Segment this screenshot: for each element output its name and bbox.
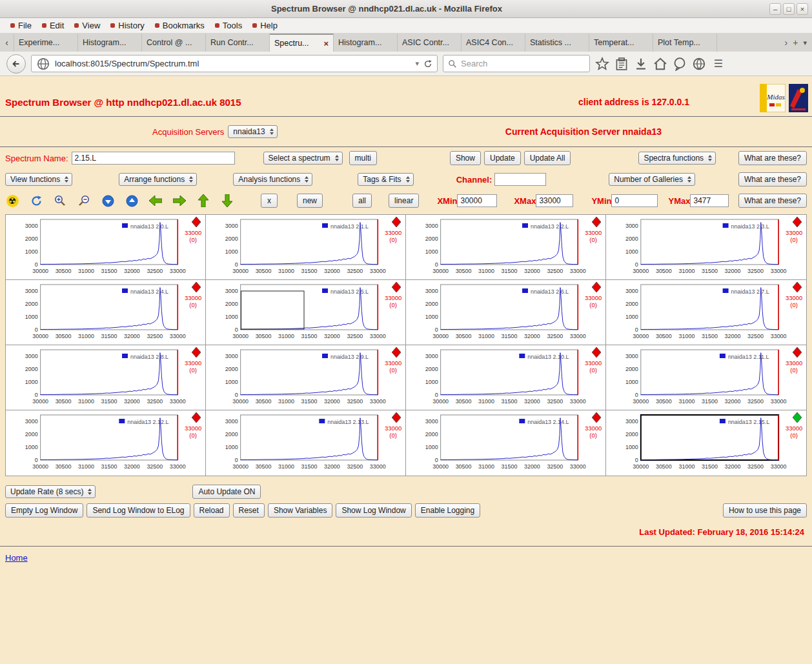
new-button[interactable]: new bbox=[297, 194, 323, 208]
home-link[interactable]: Home bbox=[5, 553, 28, 563]
tab-close-icon[interactable]: × bbox=[321, 39, 329, 48]
menu-hamburger-icon[interactable]: ☰ bbox=[711, 57, 726, 71]
menu-view[interactable]: View bbox=[69, 19, 105, 32]
refresh-icon[interactable] bbox=[29, 194, 43, 208]
update-button[interactable]: Update bbox=[484, 151, 521, 165]
spectrum-panel-nnaida13-2-4-l[interactable]: 0100020003000300003050031000315003200032… bbox=[6, 280, 206, 345]
tab-10[interactable]: Plot Temp... bbox=[653, 34, 717, 52]
all-button[interactable]: all bbox=[352, 194, 372, 208]
world-icon[interactable] bbox=[692, 57, 706, 71]
spectrum-panel-nnaida13-2-15-l[interactable]: 0100020003000300003050031000315003200032… bbox=[606, 410, 806, 476]
what-are-these-button-3[interactable]: What are these? bbox=[738, 194, 807, 208]
analysis-functions-dropdown[interactable]: Analysis functions bbox=[233, 173, 312, 186]
footer-button-empty-log-window[interactable]: Empty Log Window bbox=[5, 503, 83, 518]
spectrum-name-input[interactable] bbox=[72, 152, 235, 165]
arrange-functions-dropdown[interactable]: Arrange functions bbox=[119, 173, 197, 186]
url-bar[interactable]: localhost:8015/Spectrum/Spectrum.tml ▾ bbox=[31, 55, 438, 72]
tab-3[interactable]: Run Contr... bbox=[206, 34, 270, 52]
footer-button-reload[interactable]: Reload bbox=[194, 503, 230, 518]
footer-button-show-variables[interactable]: Show Variables bbox=[268, 503, 333, 518]
ymin-input[interactable] bbox=[611, 194, 658, 207]
tab-scroll-left-icon[interactable]: ‹ bbox=[0, 34, 14, 52]
up-arrow-icon[interactable] bbox=[196, 194, 210, 208]
search-input[interactable] bbox=[461, 59, 585, 68]
next-arrow-icon[interactable] bbox=[172, 194, 187, 208]
spectrum-panel-nnaida13-2-11-l[interactable]: 0100020003000300003050031000315003200032… bbox=[606, 345, 806, 410]
multi-button[interactable]: multi bbox=[349, 151, 377, 165]
show-button[interactable]: Show bbox=[450, 151, 481, 165]
home-icon[interactable] bbox=[653, 57, 667, 71]
x-button[interactable]: x bbox=[261, 194, 278, 208]
back-button[interactable] bbox=[6, 54, 26, 74]
linear-button[interactable]: linear bbox=[389, 194, 419, 208]
menu-bookmarks[interactable]: Bookmarks bbox=[150, 19, 210, 32]
menu-edit[interactable]: Edit bbox=[37, 19, 69, 32]
menu-help[interactable]: Help bbox=[247, 19, 283, 32]
footer-button-reset[interactable]: Reset bbox=[233, 503, 265, 518]
spectrum-panel-nnaida13-2-12-l[interactable]: 0100020003000300003050031000315003200032… bbox=[6, 410, 206, 476]
tab-4[interactable]: Spectru...× bbox=[270, 34, 334, 52]
url-dropdown-icon[interactable]: ▾ bbox=[415, 59, 419, 68]
what-are-these-button-2[interactable]: What are these? bbox=[738, 172, 807, 186]
update-rate-dropdown[interactable]: Update Rate (8 secs) bbox=[5, 485, 96, 498]
tab-0[interactable]: Experime... bbox=[14, 34, 78, 52]
reload-icon[interactable] bbox=[423, 59, 432, 68]
spectrum-panel-nnaida13-2-2-l[interactable]: 0100020003000300003050031000315003200032… bbox=[406, 215, 606, 280]
bookmarks-menu-icon[interactable] bbox=[614, 57, 629, 71]
tab-9[interactable]: Temperat... bbox=[589, 34, 653, 52]
close-button[interactable]: × bbox=[797, 3, 808, 15]
spectrum-panel-nnaida13-2-6-l[interactable]: 0100020003000300003050031000315003200032… bbox=[406, 280, 606, 345]
menu-file[interactable]: File bbox=[5, 19, 37, 32]
list-all-tabs-icon[interactable]: ▾ bbox=[803, 39, 807, 47]
spectrum-panel-nnaida13-2-9-l[interactable]: 0100020003000300003050031000315003200032… bbox=[206, 345, 406, 410]
channel-input[interactable] bbox=[494, 173, 546, 186]
tab-6[interactable]: ASIC Contr... bbox=[398, 34, 462, 52]
prev-arrow-icon[interactable] bbox=[148, 194, 163, 208]
url-text[interactable]: localhost:8015/Spectrum/Spectrum.tml bbox=[55, 59, 411, 68]
what-are-these-button-1[interactable]: What are these? bbox=[738, 151, 807, 165]
radiation-icon[interactable]: ☢ bbox=[5, 194, 19, 208]
view-functions-dropdown[interactable]: View functions bbox=[5, 173, 72, 186]
auto-update-button[interactable]: Auto Update ON bbox=[192, 485, 261, 499]
spectrum-panel-nnaida13-2-8-l[interactable]: 0100020003000300003050031000315003200032… bbox=[6, 345, 206, 410]
spectrum-panel-nnaida13-2-7-l[interactable]: 0100020003000300003050031000315003200032… bbox=[606, 280, 806, 345]
tab-8[interactable]: Statistics ... bbox=[525, 34, 589, 52]
downloads-icon[interactable] bbox=[634, 57, 648, 71]
spectrum-panel-nnaida13-2-14-l[interactable]: 0100020003000300003050031000315003200032… bbox=[406, 410, 606, 476]
ymax-input[interactable] bbox=[690, 194, 729, 207]
acquisition-server-dropdown[interactable]: nnaida13 bbox=[228, 125, 277, 138]
select-a-spectrum-dropdown[interactable]: Select a spectrum bbox=[263, 152, 343, 165]
hello-chat-icon[interactable] bbox=[673, 57, 687, 71]
zoom-in-icon[interactable] bbox=[53, 194, 67, 208]
menu-history[interactable]: History bbox=[105, 19, 149, 32]
spectrum-panel-nnaida13-2-13-l[interactable]: 0100020003000300003050031000315003200032… bbox=[206, 410, 406, 476]
tab-7[interactable]: ASIC4 Con... bbox=[462, 34, 525, 52]
how-to-use-button[interactable]: How to use this page bbox=[723, 503, 807, 518]
menu-tools[interactable]: Tools bbox=[210, 19, 247, 32]
search-bar[interactable] bbox=[443, 55, 590, 72]
footer-button-show-log-window[interactable]: Show Log Window bbox=[336, 503, 411, 518]
tags-fits-dropdown[interactable]: Tags & Fits bbox=[358, 173, 413, 186]
tab-5[interactable]: Histogram... bbox=[334, 34, 398, 52]
spectrum-panel-nnaida13-2-0-l[interactable]: 0100020003000300003050031000315003200032… bbox=[6, 215, 206, 280]
tab-scroll-right-icon[interactable]: › bbox=[785, 37, 788, 48]
xmax-input[interactable] bbox=[536, 194, 573, 207]
new-tab-button[interactable]: + bbox=[793, 37, 798, 48]
xmin-input[interactable] bbox=[457, 194, 497, 207]
spectrum-panel-nnaida13-2-1-l[interactable]: 0100020003000300003050031000315003200032… bbox=[206, 215, 406, 280]
maximize-button[interactable]: □ bbox=[783, 3, 795, 15]
update-all-button[interactable]: Update All bbox=[524, 151, 571, 165]
spectrum-panel-nnaida13-2-10-l[interactable]: 0100020003000300003050031000315003200032… bbox=[406, 345, 606, 410]
footer-button-send-log-window-to-elog[interactable]: Send Log Window to ELog bbox=[86, 503, 190, 518]
spectra-functions-dropdown[interactable]: Spectra functions bbox=[638, 152, 716, 165]
footer-button-enable-logging[interactable]: Enable Logging bbox=[415, 503, 480, 518]
tab-1[interactable]: Histogram... bbox=[78, 34, 142, 52]
unzoom-circle-icon[interactable] bbox=[101, 194, 115, 208]
spectrum-panel-nnaida13-2-5-l[interactable]: 0100020003000300003050031000315003200032… bbox=[206, 280, 406, 345]
down-arrow-icon[interactable] bbox=[220, 194, 234, 208]
minimize-button[interactable]: – bbox=[769, 3, 781, 15]
zoom-circle-icon[interactable] bbox=[125, 194, 139, 208]
tab-2[interactable]: Control @ ... bbox=[142, 34, 206, 52]
zoom-out-icon[interactable] bbox=[77, 194, 91, 208]
spectrum-panel-nnaida13-2-3-l[interactable]: 0100020003000300003050031000315003200032… bbox=[606, 215, 806, 280]
